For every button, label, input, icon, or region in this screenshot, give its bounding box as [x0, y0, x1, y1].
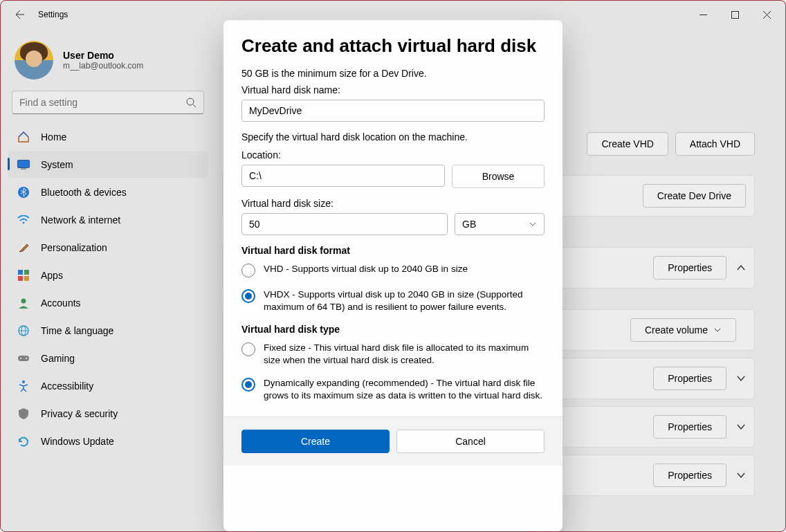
size-unit-select[interactable]: GB	[455, 213, 545, 235]
size-label: Virtual hard disk size:	[241, 198, 545, 209]
radio-icon	[241, 342, 255, 356]
create-button[interactable]: Create	[241, 430, 390, 453]
radio-dynamic[interactable]: Dynamically expanding (recommended) - Th…	[241, 377, 545, 401]
vhd-name-input[interactable]	[241, 100, 545, 122]
location-label: Location:	[241, 149, 545, 160]
radio-icon	[241, 378, 255, 392]
radio-vhd[interactable]: VHD - Supports virtual disk up to 2040 G…	[241, 263, 545, 277]
location-input[interactable]	[241, 165, 445, 187]
name-label: Virtual hard disk name:	[241, 84, 545, 95]
radio-icon	[241, 264, 255, 277]
create-vhd-dialog: Create and attach virtual hard disk 50 G…	[223, 20, 563, 531]
browse-button[interactable]: Browse	[452, 165, 545, 188]
size-input[interactable]	[241, 213, 448, 235]
type-header: Virtual hard disk type	[241, 324, 545, 335]
radio-fixed[interactable]: Fixed size - This virtual hard disk file…	[241, 342, 545, 366]
dialog-hint: 50 GB is the minimum size for a Dev Driv…	[241, 68, 545, 79]
dialog-title: Create and attach virtual hard disk	[241, 35, 545, 57]
location-hint: Specify the virtual hard disk location o…	[241, 131, 545, 143]
radio-icon	[241, 289, 255, 303]
radio-vhdx[interactable]: VHDX - Supports virtual disk up to 2040 …	[241, 288, 545, 313]
cancel-button[interactable]: Cancel	[396, 430, 545, 453]
format-header: Virtual hard disk format	[241, 245, 545, 256]
chevron-down-icon	[529, 220, 537, 228]
